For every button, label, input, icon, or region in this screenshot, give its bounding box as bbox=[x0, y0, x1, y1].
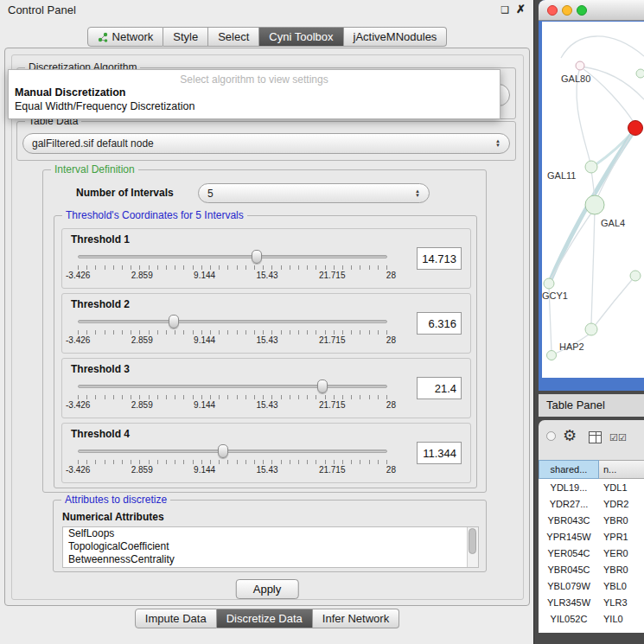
slider-track[interactable] bbox=[78, 255, 387, 258]
network-window-titlebar[interactable] bbox=[539, 0, 644, 21]
list-item[interactable]: SelfLoops bbox=[63, 527, 478, 540]
slider-track[interactable] bbox=[78, 450, 387, 453]
table-row[interactable]: YBL079WYBL0 bbox=[539, 577, 644, 594]
tab-label: Infer Network bbox=[322, 612, 389, 625]
slider-track[interactable] bbox=[78, 320, 387, 323]
cell[interactable]: YER0 bbox=[599, 548, 644, 558]
cell[interactable]: YIL052C bbox=[539, 614, 599, 624]
window-dot-icon[interactable] bbox=[546, 431, 556, 441]
threshold-2-value-field[interactable] bbox=[417, 312, 462, 335]
list-scrollbar[interactable] bbox=[467, 527, 478, 567]
cell[interactable]: YDL19... bbox=[539, 482, 599, 493]
zoom-traffic-light-icon[interactable] bbox=[577, 5, 587, 16]
minimize-traffic-light-icon[interactable] bbox=[562, 5, 572, 16]
node-label-gal11[interactable]: GAL11 bbox=[547, 170, 576, 181]
slider-thumb[interactable] bbox=[218, 444, 228, 458]
threshold-1-value-field[interactable] bbox=[417, 247, 462, 270]
cell[interactable]: YPR1 bbox=[599, 532, 644, 542]
network-node[interactable] bbox=[585, 323, 597, 335]
dropdown-item-manual-discretization[interactable]: Manual Discretization bbox=[9, 86, 500, 99]
network-node[interactable] bbox=[630, 271, 641, 281]
dropdown-prompt: Select algorithm to view settings bbox=[9, 70, 500, 86]
cell[interactable]: YER054C bbox=[539, 548, 599, 558]
cell[interactable]: YDR27... bbox=[539, 499, 599, 509]
show-columns-icon[interactable] bbox=[589, 431, 602, 443]
list-item[interactable]: BetweennessCentrality bbox=[63, 553, 478, 566]
close-window-icon[interactable]: ✗ bbox=[516, 3, 526, 16]
network-node[interactable] bbox=[585, 161, 597, 173]
table-row[interactable]: YLR345WYLR3 bbox=[539, 594, 644, 610]
threshold-label: Threshold 4 bbox=[71, 428, 130, 440]
network-node[interactable] bbox=[585, 195, 604, 214]
threshold-4-slider[interactable] bbox=[78, 444, 387, 458]
cell[interactable]: YPR145W bbox=[539, 532, 599, 542]
combo-stepper-icon[interactable]: ▲ ▼ bbox=[410, 189, 420, 198]
table-row[interactable]: YBR043CYBR0 bbox=[539, 512, 644, 528]
tab-discretize-data[interactable]: Discretize Data bbox=[217, 609, 313, 628]
tab-network[interactable]: Network bbox=[87, 27, 164, 47]
slider-track[interactable] bbox=[78, 385, 387, 388]
table-row[interactable]: YDR27...YDR2 bbox=[539, 495, 644, 512]
slider-thumb[interactable] bbox=[169, 315, 179, 328]
cell[interactable]: YBR0 bbox=[599, 515, 644, 526]
cell[interactable]: YBR0 bbox=[599, 564, 644, 575]
network-node[interactable] bbox=[547, 351, 557, 360]
cell[interactable]: YIL0 bbox=[599, 614, 644, 624]
slider-ticks bbox=[78, 330, 387, 335]
cell[interactable]: YBL0 bbox=[599, 581, 644, 591]
tab-impute-data[interactable]: Impute Data bbox=[135, 609, 217, 628]
close-traffic-light-icon[interactable] bbox=[547, 5, 558, 16]
dropdown-item-equal-width-frequency[interactable]: Equal Width/Frequency Discretization bbox=[9, 99, 500, 113]
cell[interactable]: YLR3 bbox=[599, 597, 644, 608]
node-label-hap2[interactable]: HAP2 bbox=[559, 341, 584, 352]
threshold-3-slider[interactable] bbox=[78, 379, 387, 393]
tab-label: jActiveMNodules bbox=[354, 30, 437, 43]
column-header-name[interactable]: n... bbox=[599, 460, 644, 479]
scrollbar-thumb[interactable] bbox=[469, 528, 476, 554]
table-row[interactable]: YER054CYER0 bbox=[539, 545, 644, 561]
float-window-icon[interactable]: ❑ bbox=[501, 3, 509, 16]
tab-cyni-toolbox[interactable]: Cyni Toolbox bbox=[259, 27, 343, 47]
network-node[interactable] bbox=[576, 61, 584, 70]
node-label-gal80[interactable]: GAL80 bbox=[561, 73, 590, 84]
combo-stepper-icon[interactable]: ▲ ▼ bbox=[490, 139, 501, 148]
scale-label: 21.715 bbox=[319, 271, 346, 280]
cell[interactable]: YBL079W bbox=[539, 581, 599, 591]
tab-jactivemnodules[interactable]: jActiveMNodules bbox=[344, 27, 448, 47]
threshold-2-slider[interactable] bbox=[78, 315, 387, 328]
cell[interactable]: YBR045C bbox=[539, 564, 599, 575]
numerical-attributes-list[interactable]: SelfLoops TopologicalCoefficient Between… bbox=[62, 526, 479, 568]
table-row[interactable]: YBR045CYBR0 bbox=[539, 561, 644, 577]
arrow-down-icon: ▼ bbox=[415, 194, 420, 198]
network-node[interactable] bbox=[636, 69, 644, 78]
network-node[interactable] bbox=[544, 278, 554, 289]
tab-select[interactable]: Select bbox=[208, 27, 259, 47]
table-row[interactable]: YDL19...YDL1 bbox=[539, 479, 644, 495]
scale-label: -3.426 bbox=[66, 271, 90, 280]
node-label-gal4[interactable]: GAL4 bbox=[601, 218, 625, 228]
slider-thumb[interactable] bbox=[252, 250, 262, 264]
cell[interactable]: YDR2 bbox=[599, 499, 644, 509]
table-data-combobox[interactable]: galFiltered.sif default node ▲ ▼ bbox=[22, 133, 510, 154]
cell[interactable]: YDL1 bbox=[599, 482, 644, 493]
top-tab-bar: Network Style Select Cyni Toolbox jActiv… bbox=[0, 27, 534, 47]
network-canvas[interactable]: GAL80 GAL11 GAL4 GCY1 HAP2 bbox=[542, 22, 644, 378]
number-of-intervals-combobox[interactable]: 5 ▲ ▼ bbox=[198, 183, 430, 203]
cell[interactable]: YBR043C bbox=[539, 515, 599, 526]
threshold-1-slider[interactable] bbox=[78, 250, 387, 264]
tab-infer-network[interactable]: Infer Network bbox=[313, 609, 399, 628]
table-row[interactable]: YPR145WYPR1 bbox=[539, 528, 644, 545]
node-label-gcy1[interactable]: GCY1 bbox=[542, 290, 568, 301]
network-node-selected[interactable] bbox=[628, 121, 643, 136]
slider-thumb[interactable] bbox=[317, 379, 328, 393]
table-row[interactable]: YIL052CYIL0 bbox=[539, 610, 644, 627]
threshold-4-value-field[interactable] bbox=[417, 442, 462, 464]
cell[interactable]: YLR345W bbox=[539, 597, 599, 608]
list-item[interactable]: TopologicalCoefficient bbox=[63, 540, 478, 553]
threshold-3-value-field[interactable] bbox=[417, 377, 462, 399]
column-header-shared-name[interactable]: shared... bbox=[539, 460, 599, 479]
gear-icon[interactable]: ⚙ bbox=[563, 426, 577, 445]
select-columns-icon[interactable]: ☑☑ bbox=[609, 432, 627, 443]
tab-style[interactable]: Style bbox=[163, 27, 208, 47]
apply-button[interactable]: Apply bbox=[236, 579, 299, 599]
